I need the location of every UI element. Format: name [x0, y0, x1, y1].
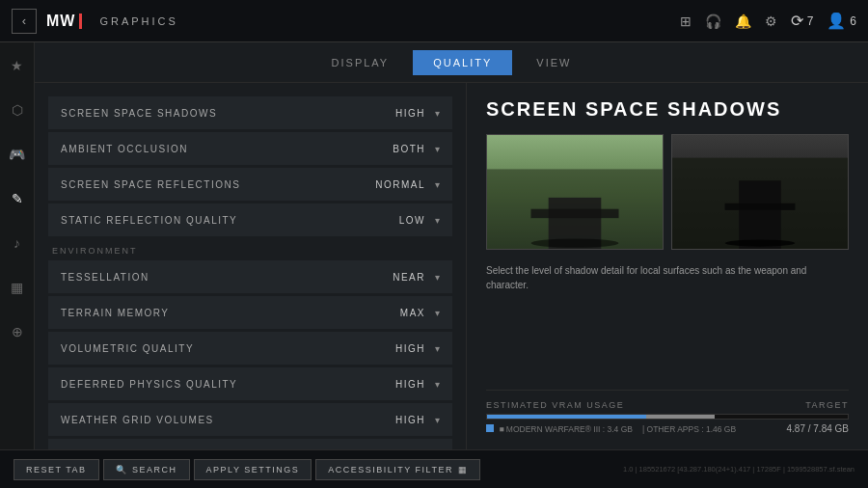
vram-value: 4.87 / 7.84 GB	[787, 423, 850, 434]
back-icon: ‹	[22, 14, 26, 28]
preview-panel: SCREEN SPACE SHADOWS	[467, 83, 868, 449]
count2-value: 6	[850, 14, 856, 28]
topbar-left: ‹ MW GRAPHICS	[12, 9, 178, 34]
vram-other-label: | OTHER APPS : 1.46 GB	[642, 424, 736, 434]
vram-target-label: TARGET	[805, 400, 849, 410]
setting-screen-space-reflections[interactable]: SCREEN SPACE REFLECTIONS NORMAL ▾	[48, 168, 452, 201]
sidebar-item-interface[interactable]: ▦	[4, 274, 31, 301]
search-button[interactable]: 🔍 SEARCH	[103, 459, 190, 480]
svg-point-9	[725, 240, 796, 247]
preview-image-1	[486, 134, 664, 250]
bottombar: RESET TAB 🔍 SEARCH APPLY SETTINGS ACCESS…	[0, 449, 868, 488]
status-text: 1.0 | 185521672 [43.287.180(24+1).417 | …	[623, 465, 854, 474]
vram-bar-mw	[487, 415, 646, 419]
sidebar-item-graphics[interactable]: ✎	[4, 185, 31, 212]
main-content: DISPLAY QUALITY VIEW SCREEN SPACE SHADOW…	[35, 42, 868, 449]
preview-images	[486, 134, 849, 250]
setting-ambient-occlusion[interactable]: AMBIENT OCCLUSION BOTH ▾	[48, 132, 452, 165]
setting-label: AMBIENT OCCLUSION	[61, 144, 393, 154]
back-button[interactable]: ‹	[12, 9, 37, 34]
preview-description: Select the level of shadow detail for lo…	[486, 263, 849, 292]
game-logo: MW	[46, 13, 82, 30]
setting-value: NEAR	[393, 272, 425, 283]
logo-text: MW	[46, 13, 75, 30]
setting-value: HIGH	[395, 379, 425, 390]
player-count: ⟳ 7	[791, 12, 814, 30]
settings-icon[interactable]: ⚙	[765, 14, 777, 29]
reset-label: RESET TAB	[26, 465, 87, 474]
setting-terrain-memory[interactable]: TERRAIN MEMORY MAX ▾	[48, 296, 452, 329]
setting-label: WEATHER GRID VOLUMES	[61, 415, 395, 425]
svg-rect-8	[725, 203, 796, 210]
setting-value: HIGH	[395, 343, 425, 354]
tab-display[interactable]: DISPLAY	[312, 50, 410, 75]
sidebar: ★ ⬡ 🎮 ✎ ♪ ▦ ⊕	[0, 42, 35, 449]
sidebar-item-audio[interactable]: ♪	[4, 230, 31, 257]
vram-section: ESTIMATED VRAM USAGE TARGET ■ MODERN WAR…	[486, 390, 849, 434]
sidebar-item-hex[interactable]: ⬡	[4, 96, 31, 123]
svg-rect-7	[739, 180, 781, 249]
setting-water-quality[interactable]: WATER QUALITY OFF ▾	[48, 439, 452, 449]
sidebar-item-favorites[interactable]: ★	[4, 52, 31, 79]
vram-bar-other	[646, 415, 715, 419]
page-title: GRAPHICS	[99, 15, 177, 27]
setting-value: HIGH	[395, 415, 425, 425]
grid-icon[interactable]: ⊞	[680, 14, 692, 29]
vram-info: ■ MODERN WARFARE® III : 3.4 GB | OTHER A…	[486, 423, 849, 434]
chevron-down-icon: ▾	[435, 144, 440, 154]
setting-label: STATIC REFLECTION QUALITY	[61, 215, 399, 226]
preview-title: SCREEN SPACE SHADOWS	[486, 98, 849, 121]
chevron-down-icon: ▾	[435, 108, 440, 119]
chevron-down-icon: ▾	[435, 215, 440, 226]
svg-point-4	[531, 238, 619, 247]
setting-weather-grid-volumes[interactable]: WEATHER GRID VOLUMES HIGH ▾	[48, 403, 452, 436]
chevron-down-icon: ▾	[435, 308, 440, 318]
reset-tab-button[interactable]: RESET TAB	[14, 459, 99, 480]
search-label: SEARCH	[132, 465, 177, 474]
chevron-down-icon: ▾	[435, 179, 440, 190]
setting-label: SCREEN SPACE SHADOWS	[61, 108, 395, 119]
chevron-down-icon: ▾	[435, 379, 440, 390]
preview-image-2	[671, 134, 849, 250]
sidebar-item-account[interactable]: ⊕	[4, 318, 31, 345]
user-count: 👤 6	[827, 12, 856, 30]
sidebar-item-controller[interactable]: 🎮	[4, 141, 31, 168]
headset-icon[interactable]: 🎧	[705, 14, 721, 29]
tab-view[interactable]: VIEW	[516, 50, 591, 75]
setting-value: LOW	[399, 215, 425, 226]
accessibility-icon: ▦	[458, 465, 469, 474]
count1-value: 7	[807, 14, 814, 28]
chevron-down-icon: ▾	[435, 415, 440, 425]
apply-settings-button[interactable]: APPLY SETTINGS	[194, 459, 312, 480]
settings-panel: SCREEN SPACE SHADOWS HIGH ▾ AMBIENT OCCL…	[35, 83, 467, 449]
setting-value: MAX	[400, 308, 425, 318]
vram-mw-dot	[486, 424, 494, 432]
vram-bar	[486, 414, 849, 420]
setting-volumetric-quality[interactable]: VOLUMETRIC QUALITY HIGH ▾	[48, 332, 452, 365]
logo-bar	[79, 14, 82, 29]
search-icon: 🔍	[116, 465, 128, 474]
setting-screen-space-shadows[interactable]: SCREEN SPACE SHADOWS HIGH ▾	[48, 96, 452, 129]
vram-mw-label: ■ MODERN WARFARE® III : 3.4 GB	[486, 424, 633, 434]
user-icon: 👤	[827, 12, 846, 30]
content-area: SCREEN SPACE SHADOWS HIGH ▾ AMBIENT OCCL…	[35, 83, 868, 449]
setting-value: BOTH	[393, 144, 425, 154]
setting-tessellation[interactable]: TESSELLATION NEAR ▾	[48, 260, 452, 293]
tabbar: DISPLAY QUALITY VIEW	[35, 42, 868, 83]
tab-quality[interactable]: QUALITY	[413, 50, 512, 75]
topbar: ‹ MW GRAPHICS ⊞ 🎧 🔔 ⚙ ⟳ 7 👤 6	[0, 0, 868, 42]
setting-deferred-physics-quality[interactable]: DEFERRED PHYSICS QUALITY HIGH ▾	[48, 367, 452, 400]
setting-label: VOLUMETRIC QUALITY	[61, 343, 395, 354]
vram-header: ESTIMATED VRAM USAGE TARGET	[486, 400, 849, 410]
notification-icon[interactable]: 🔔	[735, 14, 751, 29]
setting-label: DEFERRED PHYSICS QUALITY	[61, 379, 395, 390]
setting-static-reflection-quality[interactable]: STATIC REFLECTION QUALITY LOW ▾	[48, 203, 452, 236]
setting-label: TESSELLATION	[61, 272, 393, 283]
refresh-icon: ⟳	[791, 12, 803, 30]
svg-rect-3	[531, 209, 619, 218]
accessibility-label: ACCESSIBILITY FILTER	[328, 465, 453, 474]
accessibility-filter-button[interactable]: ACCESSIBILITY FILTER ▦	[315, 459, 480, 480]
environment-divider: ENVIRONMENT	[52, 246, 452, 256]
apply-label: APPLY SETTINGS	[206, 465, 300, 474]
setting-label: SCREEN SPACE REFLECTIONS	[61, 179, 375, 190]
